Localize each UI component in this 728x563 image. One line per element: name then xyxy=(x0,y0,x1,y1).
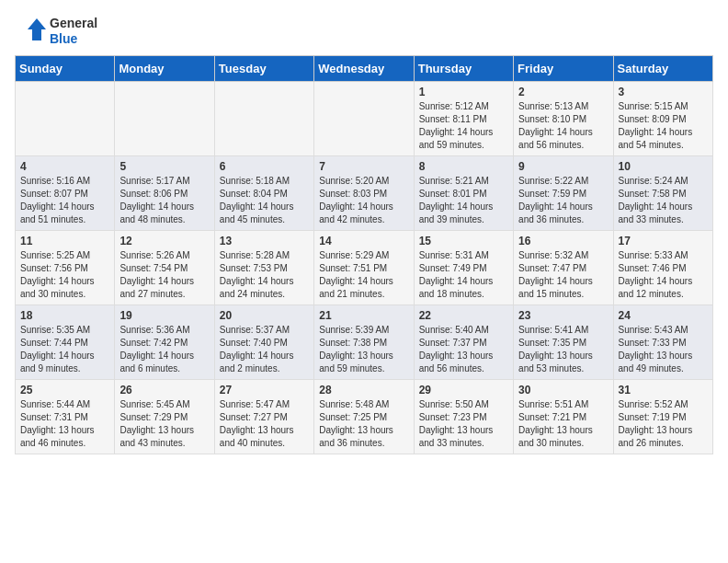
logo-icon xyxy=(15,15,48,48)
calendar-cell: 28Sunrise: 5:48 AMSunset: 7:25 PMDayligh… xyxy=(314,380,414,454)
week-row-4: 25Sunrise: 5:44 AMSunset: 7:31 PMDayligh… xyxy=(16,380,713,454)
calendar-cell: 15Sunrise: 5:31 AMSunset: 7:49 PMDayligh… xyxy=(414,231,513,305)
day-number: 27 xyxy=(220,384,309,396)
calendar-cell: 30Sunrise: 5:51 AMSunset: 7:21 PMDayligh… xyxy=(514,380,613,454)
header-row: SundayMondayTuesdayWednesdayThursdayFrid… xyxy=(16,56,713,82)
day-number: 10 xyxy=(619,160,708,173)
calendar-cell: 27Sunrise: 5:47 AMSunset: 7:27 PMDayligh… xyxy=(214,380,313,454)
day-number: 31 xyxy=(619,384,708,396)
day-number: 3 xyxy=(619,86,708,98)
day-info: Sunrise: 5:51 AMSunset: 7:21 PMDaylight:… xyxy=(518,398,608,450)
day-number: 7 xyxy=(319,160,408,173)
day-number: 15 xyxy=(419,235,508,247)
calendar-cell: 7Sunrise: 5:20 AMSunset: 8:03 PMDaylight… xyxy=(314,156,414,231)
day-number: 19 xyxy=(119,309,209,322)
day-number: 25 xyxy=(20,384,109,396)
day-number: 4 xyxy=(20,160,109,173)
day-info: Sunrise: 5:29 AMSunset: 7:51 PMDaylight:… xyxy=(319,249,408,301)
calendar-cell: 12Sunrise: 5:26 AMSunset: 7:54 PMDayligh… xyxy=(115,231,214,305)
calendar-cell: 29Sunrise: 5:50 AMSunset: 7:23 PMDayligh… xyxy=(414,380,513,454)
header: General Blue xyxy=(15,15,713,48)
calendar-cell: 11Sunrise: 5:25 AMSunset: 7:56 PMDayligh… xyxy=(16,231,115,305)
calendar-cell: 23Sunrise: 5:41 AMSunset: 7:35 PMDayligh… xyxy=(514,305,613,380)
day-number: 12 xyxy=(119,235,209,247)
calendar-cell: 14Sunrise: 5:29 AMSunset: 7:51 PMDayligh… xyxy=(314,231,414,305)
day-number: 17 xyxy=(619,235,708,247)
day-info: Sunrise: 5:32 AMSunset: 7:47 PMDaylight:… xyxy=(518,249,608,301)
day-number: 6 xyxy=(220,160,309,173)
day-number: 13 xyxy=(220,235,309,247)
calendar-cell: 22Sunrise: 5:40 AMSunset: 7:37 PMDayligh… xyxy=(414,305,513,380)
calendar-cell: 6Sunrise: 5:18 AMSunset: 8:04 PMDaylight… xyxy=(214,156,313,231)
day-header-friday: Friday xyxy=(514,56,613,82)
calendar-cell: 31Sunrise: 5:52 AMSunset: 7:19 PMDayligh… xyxy=(613,380,712,454)
day-info: Sunrise: 5:41 AMSunset: 7:35 PMDaylight:… xyxy=(518,324,608,375)
day-info: Sunrise: 5:48 AMSunset: 7:25 PMDaylight:… xyxy=(319,398,408,450)
calendar-cell: 16Sunrise: 5:32 AMSunset: 7:47 PMDayligh… xyxy=(514,231,613,305)
calendar-cell: 9Sunrise: 5:22 AMSunset: 7:59 PMDaylight… xyxy=(514,156,613,231)
day-number: 23 xyxy=(518,309,608,322)
calendar-cell: 19Sunrise: 5:36 AMSunset: 7:42 PMDayligh… xyxy=(115,305,214,380)
day-info: Sunrise: 5:18 AMSunset: 8:04 PMDaylight:… xyxy=(220,175,309,226)
day-info: Sunrise: 5:36 AMSunset: 7:42 PMDaylight:… xyxy=(119,324,209,375)
calendar-table: SundayMondayTuesdayWednesdayThursdayFrid… xyxy=(15,55,713,454)
day-info: Sunrise: 5:31 AMSunset: 7:49 PMDaylight:… xyxy=(419,249,508,301)
day-number: 14 xyxy=(319,235,408,247)
week-row-0: 1Sunrise: 5:12 AMSunset: 8:11 PMDaylight… xyxy=(16,82,713,156)
calendar-cell: 24Sunrise: 5:43 AMSunset: 7:33 PMDayligh… xyxy=(613,305,712,380)
day-number: 1 xyxy=(419,86,508,98)
calendar-cell: 1Sunrise: 5:12 AMSunset: 8:11 PMDaylight… xyxy=(414,82,513,156)
day-info: Sunrise: 5:44 AMSunset: 7:31 PMDaylight:… xyxy=(20,398,109,450)
day-info: Sunrise: 5:50 AMSunset: 7:23 PMDaylight:… xyxy=(419,398,508,450)
day-info: Sunrise: 5:43 AMSunset: 7:33 PMDaylight:… xyxy=(619,324,708,375)
day-info: Sunrise: 5:26 AMSunset: 7:54 PMDaylight:… xyxy=(119,249,209,301)
day-info: Sunrise: 5:17 AMSunset: 8:06 PMDaylight:… xyxy=(119,175,209,226)
calendar-cell xyxy=(214,82,313,156)
day-number: 2 xyxy=(518,86,608,98)
calendar-cell: 5Sunrise: 5:17 AMSunset: 8:06 PMDaylight… xyxy=(115,156,214,231)
day-number: 18 xyxy=(20,309,109,322)
calendar-cell: 18Sunrise: 5:35 AMSunset: 7:44 PMDayligh… xyxy=(16,305,115,380)
calendar-cell: 17Sunrise: 5:33 AMSunset: 7:46 PMDayligh… xyxy=(613,231,712,305)
day-number: 29 xyxy=(419,384,508,396)
day-info: Sunrise: 5:28 AMSunset: 7:53 PMDaylight:… xyxy=(220,249,309,301)
day-info: Sunrise: 5:22 AMSunset: 7:59 PMDaylight:… xyxy=(518,175,608,226)
calendar-cell: 21Sunrise: 5:39 AMSunset: 7:38 PMDayligh… xyxy=(314,305,414,380)
calendar-cell: 20Sunrise: 5:37 AMSunset: 7:40 PMDayligh… xyxy=(214,305,313,380)
day-info: Sunrise: 5:16 AMSunset: 8:07 PMDaylight:… xyxy=(20,175,109,226)
day-info: Sunrise: 5:13 AMSunset: 8:10 PMDaylight:… xyxy=(518,100,608,152)
week-row-1: 4Sunrise: 5:16 AMSunset: 8:07 PMDaylight… xyxy=(16,156,713,231)
day-info: Sunrise: 5:25 AMSunset: 7:56 PMDaylight:… xyxy=(20,249,109,301)
day-number: 20 xyxy=(220,309,309,322)
day-number: 9 xyxy=(518,160,608,173)
day-header-sunday: Sunday xyxy=(16,56,115,82)
week-row-2: 11Sunrise: 5:25 AMSunset: 7:56 PMDayligh… xyxy=(16,231,713,305)
calendar-cell xyxy=(16,82,115,156)
svg-marker-0 xyxy=(28,18,46,40)
day-info: Sunrise: 5:39 AMSunset: 7:38 PMDaylight:… xyxy=(319,324,408,375)
logo-text: General Blue xyxy=(50,16,97,47)
calendar-cell: 25Sunrise: 5:44 AMSunset: 7:31 PMDayligh… xyxy=(16,380,115,454)
week-row-3: 18Sunrise: 5:35 AMSunset: 7:44 PMDayligh… xyxy=(16,305,713,380)
day-info: Sunrise: 5:37 AMSunset: 7:40 PMDaylight:… xyxy=(220,324,309,375)
day-info: Sunrise: 5:40 AMSunset: 7:37 PMDaylight:… xyxy=(419,324,508,375)
day-number: 26 xyxy=(119,384,209,396)
day-header-monday: Monday xyxy=(115,56,214,82)
day-info: Sunrise: 5:52 AMSunset: 7:19 PMDaylight:… xyxy=(619,398,708,450)
day-number: 5 xyxy=(119,160,209,173)
day-number: 16 xyxy=(518,235,608,247)
day-info: Sunrise: 5:33 AMSunset: 7:46 PMDaylight:… xyxy=(619,249,708,301)
day-number: 22 xyxy=(419,309,508,322)
day-header-saturday: Saturday xyxy=(613,56,712,82)
day-number: 8 xyxy=(419,160,508,173)
calendar-cell: 4Sunrise: 5:16 AMSunset: 8:07 PMDaylight… xyxy=(16,156,115,231)
day-number: 28 xyxy=(319,384,408,396)
calendar-cell: 2Sunrise: 5:13 AMSunset: 8:10 PMDaylight… xyxy=(514,82,613,156)
logo: General Blue xyxy=(15,15,97,48)
day-info: Sunrise: 5:47 AMSunset: 7:27 PMDaylight:… xyxy=(220,398,309,450)
day-header-tuesday: Tuesday xyxy=(214,56,313,82)
day-number: 11 xyxy=(20,235,109,247)
day-number: 21 xyxy=(319,309,408,322)
day-number: 30 xyxy=(518,384,608,396)
calendar-cell xyxy=(314,82,414,156)
